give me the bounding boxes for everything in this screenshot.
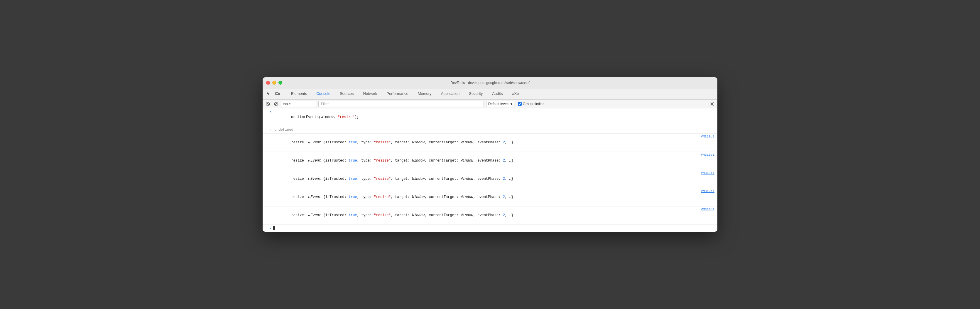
context-arrow-icon: ▾: [289, 102, 291, 106]
svg-point-6: [711, 103, 713, 104]
source-link-2[interactable]: VM310:1: [698, 152, 718, 157]
tab-application[interactable]: Application: [436, 88, 465, 99]
event-line-5: resize ▶Event {isTrusted: true, type: "r…: [262, 207, 718, 225]
close-button[interactable]: [266, 81, 270, 85]
svg-line-5: [275, 102, 278, 105]
group-similar-text: Group similar: [523, 102, 544, 106]
inspect-icon[interactable]: [265, 90, 272, 98]
console-output: › monitorEvents(window, "resize"); ‹ und…: [262, 108, 718, 232]
svg-rect-1: [278, 93, 280, 94]
tab-security[interactable]: Security: [464, 88, 487, 99]
source-link-3[interactable]: VM310:1: [698, 171, 718, 175]
levels-arrow-icon: ▾: [511, 102, 512, 106]
tab-elements[interactable]: Elements: [286, 88, 312, 99]
device-toggle-icon[interactable]: [274, 90, 282, 98]
window-title: DevTools - developers.google.com/web/sho…: [450, 81, 529, 85]
maximize-button[interactable]: [278, 81, 282, 85]
event-line-2: resize ▶Event {isTrusted: true, type: "r…: [262, 152, 718, 170]
traffic-lights: [266, 81, 282, 85]
tab-audits[interactable]: Audits: [487, 88, 508, 99]
tab-performance[interactable]: Performance: [382, 88, 413, 99]
context-value: top: [283, 102, 288, 106]
devtools-side-icons: [265, 88, 284, 99]
svg-line-3: [267, 103, 269, 105]
console-input-line-1: › monitorEvents(window, "resize");: [262, 108, 718, 126]
devtools-window: DevTools - developers.google.com/web/sho…: [262, 77, 718, 232]
tab-network[interactable]: Network: [358, 88, 382, 99]
clear-console-icon[interactable]: [264, 101, 271, 107]
prompt-input: ›: [262, 109, 273, 114]
text-cursor: [273, 226, 275, 230]
minimize-button[interactable]: [272, 81, 276, 85]
source-link-5[interactable]: VM310:1: [698, 207, 718, 212]
input-code-1: monitorEvents(window, "resize");: [273, 109, 718, 125]
event-content-5: resize ▶Event {isTrusted: true, type: "r…: [273, 207, 698, 224]
tab-memory[interactable]: Memory: [413, 88, 436, 99]
source-link-4[interactable]: VM310:1: [698, 189, 718, 194]
filter-input[interactable]: [318, 101, 484, 107]
event-content-3: resize ▶Event {isTrusted: true, type: "r…: [273, 171, 698, 187]
event-line-1: resize ▶Event {isTrusted: true, type: "r…: [262, 134, 718, 152]
event-content-2: resize ▶Event {isTrusted: true, type: "r…: [273, 152, 698, 169]
titlebar: DevTools - developers.google.com/web/sho…: [262, 77, 718, 88]
active-prompt: ›: [262, 226, 273, 231]
source-link-1[interactable]: VM310:1: [698, 134, 718, 139]
tab-axe[interactable]: aXe: [508, 88, 523, 99]
svg-rect-0: [275, 93, 278, 94]
output-undefined: undefined: [273, 127, 718, 133]
tab-console[interactable]: Console: [312, 88, 335, 99]
group-similar-checkbox[interactable]: [518, 102, 522, 106]
tabbar: Elements Console Sources Network Perform…: [262, 88, 718, 99]
console-active-input[interactable]: ›: [262, 225, 718, 232]
event-line-3: resize ▶Event {isTrusted: true, type: "r…: [262, 170, 718, 188]
console-toolbar: top ▾ Default levels ▾ Group similar: [262, 99, 718, 108]
log-levels-button[interactable]: Default levels ▾: [486, 101, 514, 107]
block-icon[interactable]: [272, 101, 280, 107]
settings-icon[interactable]: [709, 101, 716, 107]
tab-sources[interactable]: Sources: [335, 88, 358, 99]
levels-label: Default levels: [488, 102, 509, 106]
prompt-output: ‹: [262, 127, 273, 132]
context-selector[interactable]: top ▾: [281, 101, 316, 107]
console-output-line-1: ‹ undefined: [262, 126, 718, 134]
event-line-4: resize ▶Event {isTrusted: true, type: "r…: [262, 188, 718, 207]
active-input-cursor[interactable]: [273, 226, 275, 230]
event-content-4: resize ▶Event {isTrusted: true, type: "r…: [273, 189, 698, 206]
group-similar-label[interactable]: Group similar: [518, 102, 544, 106]
event-content-1: resize ▶Event {isTrusted: true, type: "r…: [273, 134, 698, 151]
more-tabs-button[interactable]: ⋮: [705, 88, 715, 99]
